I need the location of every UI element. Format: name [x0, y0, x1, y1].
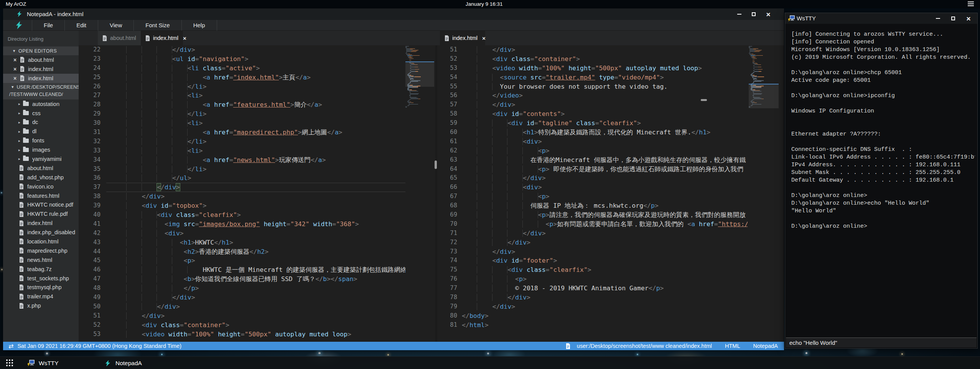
code-line[interactable]: </div>: [106, 293, 405, 302]
tree-file[interactable]: HKWTC rule.pdf: [3, 209, 79, 218]
line-number-gutter[interactable]: 2223242526272829303132333435363738394041…: [79, 45, 100, 339]
code-line[interactable]: <p>: [460, 192, 748, 201]
code-line[interactable]: <p>請注意，我們的伺服器為確保玩家及遊玩時的質素，我們對的服務開放: [460, 210, 748, 220]
open-editor-item[interactable]: ×about.html: [3, 55, 79, 65]
code-line[interactable]: 伺服器 IP 地址為： mcs.hkwtc.org</p>: [460, 201, 748, 210]
tree-file[interactable]: add_vhost.php: [3, 173, 79, 182]
tree-folder[interactable]: ▸dl: [3, 127, 79, 136]
code-line[interactable]: </li>: [106, 165, 405, 174]
code-line[interactable]: <video width="100%" height="500px" autop…: [460, 64, 748, 73]
chevron-right-icon[interactable]: ▸: [18, 139, 23, 143]
code-line[interactable]: <h1>特別為建築及鐵路而設，現代化的 Minecraft 世界.</h1>: [460, 128, 748, 137]
tree-file[interactable]: teabag.7z: [3, 265, 79, 274]
minimap-handle[interactable]: [701, 99, 707, 101]
hamburger-menu-icon[interactable]: [968, 2, 975, 7]
minimize-button[interactable]: [934, 14, 942, 23]
code-line[interactable]: <p>如有問題或需要申請白名單，歡迎加入我們的 <a href="https:/…: [460, 220, 748, 229]
code-line[interactable]: <p>: [460, 146, 748, 156]
code-line[interactable]: </p>: [106, 284, 405, 293]
open-editor-item[interactable]: ×index.html: [3, 65, 79, 74]
chevron-right-icon[interactable]: ▸: [18, 120, 23, 124]
code-line[interactable]: <a href="mapredirect.php">網上地圖</a>: [106, 128, 405, 137]
close-button[interactable]: ×: [964, 14, 973, 23]
menu-file[interactable]: File: [32, 20, 65, 31]
menu-help[interactable]: Help: [182, 20, 217, 31]
tree-file[interactable]: testmysql.php: [3, 283, 79, 292]
code-line[interactable]: Your browser does not support the video …: [460, 82, 748, 91]
code-line[interactable]: <a href="features.html">簡介</a>: [106, 100, 405, 109]
code-line[interactable]: <li class="active">: [106, 64, 405, 73]
code-line[interactable]: </div>: [460, 293, 748, 302]
code-line[interactable]: <b>你知道我們全線伺服器已轉用 SSD 了嗎？</b></span>: [106, 275, 405, 284]
code-line[interactable]: <div>: [460, 183, 748, 192]
close-icon[interactable]: ×: [12, 75, 18, 81]
code-line[interactable]: </div>: [460, 238, 748, 247]
menu-edit[interactable]: Edit: [65, 20, 98, 31]
code-line[interactable]: <a href="index.html">主頁</a>: [106, 73, 405, 82]
tree-file[interactable]: index.html: [3, 218, 79, 228]
chevron-right-icon[interactable]: ▸: [18, 157, 23, 161]
tree-file[interactable]: trailer.mp4: [3, 292, 79, 301]
code-line[interactable]: </div>: [106, 183, 405, 192]
maximize-button[interactable]: [949, 14, 957, 23]
tree-file[interactable]: test_sockets.php: [3, 274, 79, 283]
code-line[interactable]: <a href="news.html">玩家傳送門</a>: [106, 156, 405, 165]
tab-index.html[interactable]: index.html×: [440, 31, 485, 45]
tree-file[interactable]: features.html: [3, 191, 79, 200]
chevron-down-icon[interactable]: ▾: [12, 84, 14, 89]
statusbar-datetime[interactable]: ⇄ Sat Jan 09 2021 16:29:49 GMT+0800 (Hon…: [8, 343, 181, 350]
tab-index.html[interactable]: index.html×: [141, 31, 183, 45]
taskbar-item-wstty[interactable]: WsTTY: [24, 357, 63, 369]
code-line[interactable]: </li>: [106, 82, 405, 91]
tree-folder[interactable]: ▸dc: [3, 117, 79, 127]
code-line[interactable]: </div>: [106, 311, 405, 321]
statusbar-language[interactable]: HTML: [725, 343, 740, 349]
taskbar-item-notepada[interactable]: NotepadA: [100, 357, 146, 369]
code-line[interactable]: </div>: [460, 100, 748, 109]
close-icon[interactable]: ×: [482, 35, 486, 41]
tree-file[interactable]: news.html: [3, 255, 79, 265]
chevron-right-icon[interactable]: ▸: [18, 148, 23, 152]
terminal-output[interactable]: [info] Conencting to arozos WsTTY servic…: [785, 24, 977, 337]
code-line[interactable]: <p> 即使你不是建築師，你也能透過紅石師或鐵路工程師的身份加入我們: [460, 165, 748, 174]
menu-view[interactable]: View: [98, 20, 134, 31]
code-line[interactable]: </div>: [106, 192, 405, 201]
close-icon[interactable]: ×: [183, 35, 186, 41]
tree-file[interactable]: mapredirect.php: [3, 246, 79, 255]
tree-file[interactable]: x.php: [3, 301, 79, 310]
minimize-button[interactable]: [735, 10, 743, 18]
code-line[interactable]: <img src="images/box.png" height="342" w…: [106, 220, 405, 229]
editor-pane-right[interactable]: 5152535455565758596061626364656667686970…: [437, 45, 784, 342]
code-line[interactable]: </body>: [460, 311, 748, 321]
code-line[interactable]: <div>: [106, 229, 405, 238]
code-line[interactable]: </li>: [106, 137, 405, 146]
code-line[interactable]: <div id="contents">: [460, 109, 748, 119]
tree-folder[interactable]: ▸css: [3, 109, 79, 118]
tree-folder[interactable]: ▸fonts: [3, 136, 79, 145]
code-line[interactable]: <div class="clearfix">: [106, 210, 405, 220]
editor-pane-left[interactable]: 2223242526272829303132333435363738394041…: [79, 45, 435, 342]
minimap-slider[interactable]: [405, 61, 434, 87]
wstty-titlebar[interactable]: WsTTY ×: [785, 13, 977, 24]
code-line[interactable]: </li>: [106, 109, 405, 119]
code-line[interactable]: <div class="container">: [106, 321, 405, 330]
tree-folder[interactable]: ▸yamiyamimi: [3, 154, 79, 164]
code-line[interactable]: <video width="100%" height="500px" autop…: [106, 330, 405, 339]
code-line[interactable]: © 2018 - 2019 HKWTC Animation Gamer</p>: [460, 284, 748, 293]
code-line[interactable]: <div id="footer">: [460, 256, 748, 265]
chevron-down-icon[interactable]: ▾: [13, 48, 15, 53]
code-line[interactable]: </div>: [460, 247, 748, 256]
open-editor-item[interactable]: ×index.html: [3, 74, 79, 83]
code-line[interactable]: <p>: [460, 275, 748, 284]
code-line[interactable]: </div>: [106, 302, 405, 311]
tree-file[interactable]: location.html: [3, 237, 79, 246]
chevron-right-icon[interactable]: ▸: [18, 129, 23, 134]
minimap-slider[interactable]: [749, 84, 779, 108]
close-button[interactable]: ×: [764, 10, 772, 18]
code-line[interactable]: </div>: [106, 45, 405, 55]
code-line[interactable]: <li>: [106, 91, 405, 100]
open-editors-header[interactable]: ▾ OPEN EDITORS: [3, 46, 79, 55]
code-line[interactable]: </div>: [460, 45, 748, 55]
statusbar-filepath[interactable]: user:/Desktop/screenshot/test/www cleane…: [566, 343, 712, 349]
splitter-handle[interactable]: [435, 161, 437, 169]
